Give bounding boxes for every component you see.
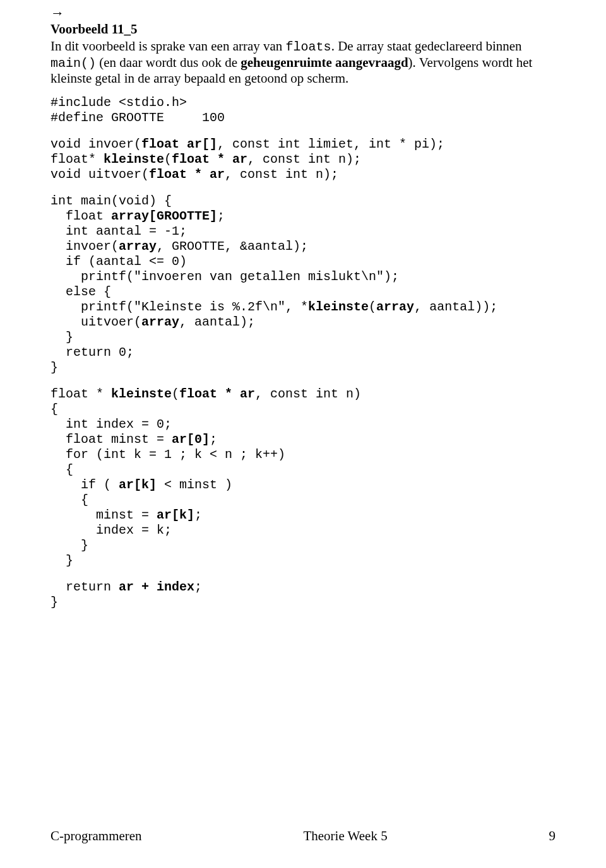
inline-code: main() [50,56,96,71]
footer-center: Theorie Week 5 [303,828,387,844]
code-bold: ar[k] [157,508,194,522]
code-bold: float * ar [179,387,255,401]
code-text: ; [194,580,202,594]
code-line: return 0; [50,345,134,360]
code-text: ( [369,300,376,314]
code-text: uitvoer( [50,315,141,329]
code-bold: ar + index [119,580,194,594]
code-bold: ar[0] [172,432,210,447]
code-block-declarations: void invoer(float ar[], const int limiet… [50,137,556,182]
code-text: float minst = [50,432,172,447]
code-block-return: return ar + index; } [50,580,556,610]
bold-text: geheugenruimte aangevraagd [241,55,408,70]
footer-left: C-programmeren [50,828,142,844]
code-text: ; [210,432,217,447]
code-text: void uitvoer( [50,167,149,182]
code-bold: float ar[] [141,137,217,151]
intro-paragraph: In dit voorbeeld is sprake van een array… [50,38,556,86]
code-line: int index = 0; [50,417,172,431]
code-bold: array [119,239,157,254]
code-line: } [50,553,73,568]
code-line: if (aantal <= 0) [50,254,187,269]
code-text: , const int n); [225,167,338,182]
code-line: index = k; [50,523,172,537]
code-text: if ( [50,478,119,492]
code-bold: float * ar [149,167,225,182]
code-text: return [50,580,119,594]
code-bold: kleinste [104,152,164,167]
code-text: , GROOTTE, &aantal); [157,239,308,254]
code-text: , aantal); [179,315,255,329]
code-line: { [50,493,88,507]
code-bold: kleinste [308,300,369,314]
code-line: } [50,330,73,344]
code-line: int main(void) { [50,194,172,208]
code-line: for (int k = 1 ; k < n ; k++) [50,447,285,462]
code-bold: array [376,300,414,314]
code-text: ; [194,508,202,522]
code-text: , const int n); [247,152,361,167]
arrow-icon: → [50,6,556,20]
code-block-kleinste: float * kleinste(float * ar, const int n… [50,387,556,568]
code-line: int aantal = -1; [50,224,187,238]
code-line: { [50,402,58,416]
code-text: ( [164,152,172,167]
code-line: printf("invoeren van getallen mislukt\n"… [50,269,399,284]
footer-right: 9 [549,828,556,844]
code-line: else { [50,284,111,299]
code-line: } [50,360,58,375]
code-text: void invoer( [50,137,141,151]
code-block-prototypes: #include <stdio.h> #define GROOTTE 100 [50,95,556,126]
text: In dit voorbeeld is sprake van een array… [50,38,286,54]
code-text: , aantal)); [414,300,497,314]
page-footer: C-programmeren Theorie Week 5 9 [50,828,556,844]
code-line: } [50,595,58,609]
code-block-main: int main(void) { float array[GROOTTE]; i… [50,194,556,375]
code-line: } [50,538,88,553]
code-text: float * [50,387,111,401]
code-bold: float * ar [172,152,247,167]
example-heading: Voorbeeld 11_5 [50,21,556,37]
code-text: ; [217,209,225,223]
code-text: printf("Kleinste is %.2f\n", * [50,300,308,314]
code-text: invoer( [50,239,119,254]
inline-code: floats [286,40,331,54]
code-line: #define GROOTTE [50,110,164,125]
code-text: , const int n) [255,387,361,401]
code-bold: array [141,315,179,329]
text: . De array staat gedeclareerd binnen [331,38,522,54]
code-text: float [50,209,111,223]
text: (en daar wordt dus ook de [96,55,241,70]
code-text: 100 [164,110,225,125]
code-bold: array[GROOTTE] [111,209,217,223]
code-text: float* [50,152,104,167]
code-line: { [50,462,73,477]
code-text: < minst ) [157,478,232,492]
code-bold: kleinste [111,387,172,401]
code-text: , const int limiet, int * pi); [217,137,444,151]
document-page: → Voorbeeld 11_5 In dit voorbeeld is spr… [0,0,606,868]
code-text: ( [172,387,179,401]
code-line: #include <stdio.h> [50,95,187,110]
code-text: minst = [50,508,157,522]
code-bold: ar[k] [119,478,157,492]
